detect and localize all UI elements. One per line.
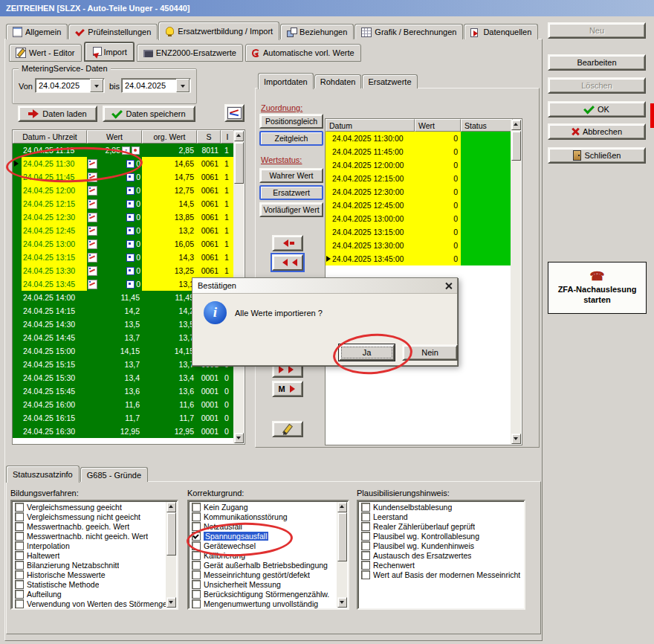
wahrer-wert-button[interactable]: Wahrer Wert [259,168,323,183]
list-item[interactable]: Messwertnachb. geeich. Wert [13,521,176,531]
checkbox[interactable] [15,551,24,560]
list-item[interactable]: Aufteilung [13,590,176,599]
bottom-tab-statuszusatzinfo[interactable]: Statuszusatzinfo [6,466,80,483]
checkbox[interactable] [361,503,370,512]
edit-values-button[interactable] [272,421,303,437]
list-item[interactable]: Messwertnachb. nicht geeich. Wert [13,531,176,541]
list-item[interactable]: Wert auf Basis der modernen Messeinricht [359,570,523,580]
scroll-thumb[interactable] [166,512,176,556]
checkbox[interactable] [192,503,201,512]
list-item[interactable]: Historische Messwerte [13,570,176,580]
tab-pr-feinstellungen[interactable]: Prüfeinstellungen [68,24,158,39]
list-scrollbar[interactable] [337,502,347,608]
table-row[interactable]: 24.04.2025 11:30:000 [326,132,522,145]
table-row[interactable]: 24.04.2025 13:30:000 [326,239,522,252]
list-item[interactable]: Kein Zugang [190,502,347,512]
list-item[interactable]: Verwendung von Werten des Störmenge [13,599,176,609]
checkbox[interactable] [15,532,24,541]
rp-tab-ersatzwerte[interactable]: Ersatzwerte [362,74,417,88]
list-item[interactable]: Kundenselbstablesung [359,502,523,512]
table-row[interactable]: 24.04.25 12:45013,200611 [13,224,245,237]
list-item[interactable]: Interpolation [13,541,176,550]
scroll-down-icon[interactable] [337,597,347,608]
table-row[interactable]: 24.04.25 16:3012,9512,9500010 [13,425,245,438]
list-item[interactable]: Bilanzierung Netzabschnitt [13,561,176,570]
subtab-enz2000-ersatzwerte[interactable]: ENZ2000-Ersatzwerte [137,44,243,62]
subtab-wert-editor[interactable]: Wert - Editor [9,44,82,62]
table-row[interactable]: 24.04.2025 13:15:000 [326,225,522,239]
tab-grafik-berechnungen[interactable]: Grafik / Berechnungen [354,24,463,39]
von-date-select[interactable]: 24.04.2025 [35,78,105,93]
scroll-thumb[interactable] [234,142,244,184]
scroll-up-icon[interactable] [511,120,521,130]
checkbox[interactable] [15,522,24,531]
bearbeiten-button[interactable]: Bearbeiten [548,54,646,71]
table-row[interactable]: 24.04.25 16:1511,711,700010 [13,411,245,425]
dropdown-arrow-icon[interactable] [176,79,190,92]
checkbox[interactable] [361,551,370,560]
list-item[interactable]: Plausibel wg. Kundenhinweis [359,541,523,550]
window-titlebar[interactable]: ZEITREIHEN [SLZX - Auto-Teile Unger - 45… [0,0,654,16]
table-row[interactable]: 24.04.25 15:3013,413,400010 [13,371,245,384]
checkbox[interactable] [15,541,24,550]
column-header-datum[interactable]: Datum [326,119,415,132]
checkbox[interactable] [192,590,201,599]
tab-datenquellen[interactable]: Datenquellen [464,24,538,39]
checkbox[interactable] [361,561,370,570]
list-item[interactable]: Leerstand [359,512,523,521]
column-header-status[interactable]: Status [461,119,513,132]
daten-laden-button[interactable]: Daten laden [18,106,97,122]
right-table-scrollbar[interactable] [511,120,521,444]
list-item[interactable]: Austausch des Ersatzwertes [359,550,523,560]
checkbox[interactable] [361,541,370,550]
list-item[interactable]: Rechenwert [359,561,523,570]
table-row[interactable]: 24.04.2025 12:15:000 [326,172,522,185]
column-header-i[interactable]: I [221,130,234,144]
tab-allgemein[interactable]: Allgemein [6,24,68,39]
checkbox[interactable] [15,503,24,512]
column-header-wert[interactable]: Wert [415,119,461,132]
table-row[interactable]: 24.04.2025 13:00:000 [326,212,522,225]
checkbox[interactable] [192,561,201,570]
bis-date-select[interactable]: 24.04.2025 [121,78,191,93]
checkbox[interactable] [15,590,24,599]
checkbox[interactable] [361,570,370,579]
daten-speichern-button[interactable]: Daten speichern [103,106,195,122]
list-item[interactable]: Messeinrichtung gestört/defekt [190,570,347,580]
table-row[interactable]: 24.04.25 12:15014,500611 [13,197,245,210]
abbrechen-button[interactable]: Abbrechen [548,123,646,140]
table-row[interactable]: 24.04.2025 12:30:000 [326,185,522,199]
table-row[interactable]: 24.04.25 12:00012,7500611 [13,184,245,197]
rp-tab-rohdaten[interactable]: Rohdaten [314,74,362,88]
checkbox[interactable] [361,512,370,521]
dialog-close-button[interactable] [442,280,454,291]
scroll-down-icon[interactable] [234,433,244,443]
table-row[interactable]: 24.04.25 13:00016,0500611 [13,237,245,251]
checkbox[interactable] [192,570,201,579]
table-row[interactable]: 24.04.2025 11:45:000 [326,145,522,158]
table-row[interactable]: 24.04.25 13:30013,2500611 [13,264,245,277]
checkbox[interactable] [15,561,24,570]
column-header-datum-uhrzeit[interactable]: Datum - Uhrzeit [13,130,87,144]
checkbox[interactable] [15,580,24,589]
table-row[interactable]: 24.04.2025 13:45:000 [326,252,522,265]
tab-ersatzwertbildung-import[interactable]: Ersatzwertbildung / Import [158,22,279,40]
scroll-down-icon[interactable] [166,597,176,608]
zeitgleich-button[interactable]: Zeitgleich [259,131,323,146]
ok-button[interactable]: OK [548,101,646,117]
scroll-up-icon[interactable] [337,502,347,512]
subtab-automatische-vorl-werte[interactable]: Automatische vorl. Werte [245,44,361,62]
subtab-import[interactable]: Import [84,42,135,62]
list-item[interactable]: Mengenumwertung unvollständig [190,599,347,609]
zfa-nachauslesung-button[interactable]: ZFA-Nachauslesung starten [548,262,647,314]
table-row[interactable]: 24.04.2025 12:00:000 [326,158,522,172]
table-row[interactable]: 24.04.25 12:30013,8500611 [13,210,245,224]
list-item[interactable]: Vergleichsmessung geeicht [13,502,176,512]
vorl-ufiger-wert-button[interactable]: Vorläufiger Wert [259,202,323,217]
copy-marked-right-button[interactable]: M [272,381,303,397]
list-item[interactable]: Unsicherheit Messung [190,580,347,590]
list-item[interactable]: Gerät außerhalb Betriebsbedingung [190,561,347,570]
copy-all-left-button[interactable] [272,254,303,271]
chart-view-button[interactable] [224,104,245,122]
checkbox[interactable] [361,522,370,531]
